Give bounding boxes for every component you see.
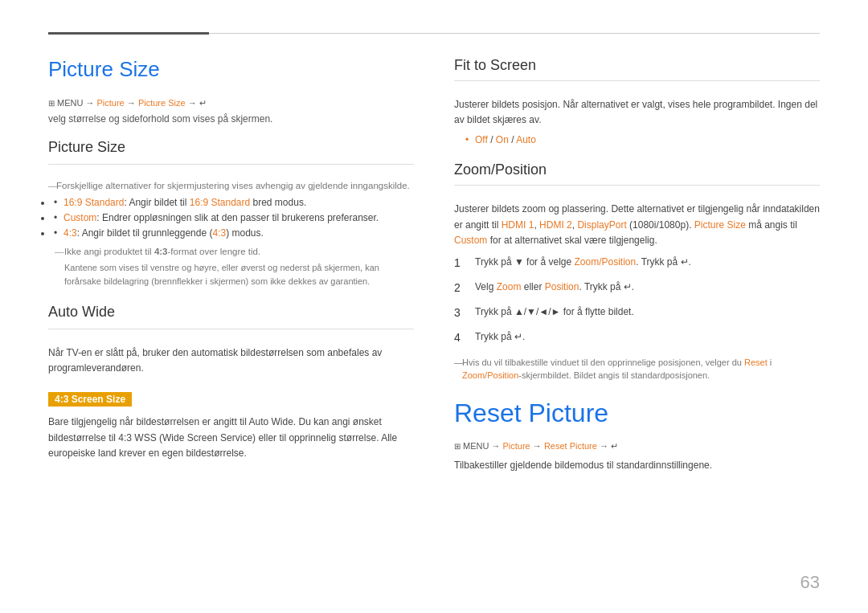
auto-wide-desc: Når TV-en er slått på, bruker den automa… — [48, 345, 414, 376]
divider — [48, 164, 414, 165]
top-line-left — [48, 32, 209, 35]
note-43-warning: Ikke angi produktet til 4:3-format over … — [48, 247, 414, 256]
step-num-4: 4 — [454, 329, 467, 346]
zoom-position-section: Zoom/Position Justerer bildets zoom og p… — [454, 161, 820, 382]
link-position: Position — [545, 281, 579, 292]
bullet-169: 16:9 Standard: Angir bildet til 16:9 Sta… — [52, 197, 414, 208]
link-zoom: Zoom — [497, 281, 522, 292]
link-reset: Reset — [744, 358, 768, 367]
menu-path-text: MENU → Picture → Picture Size → ↵ — [57, 98, 207, 108]
divider4 — [454, 185, 820, 186]
link-zoom-position-2: Zoom/Position — [462, 370, 518, 380]
menu-path-picture-size: ⊞ MENU → Picture → Picture Size → ↵ — [48, 98, 414, 108]
link-displayport: DisplayPort — [577, 219, 626, 231]
screen-size-badge: 4:3 Screen Size — [48, 392, 132, 407]
reset-picture-desc: Tilbakestiller gjeldende bildemodus til … — [454, 458, 820, 473]
link-43-2: 4:3 — [212, 227, 226, 239]
zoom-position-title: Zoom/Position — [454, 161, 820, 178]
reset-menu-icon: ⊞ — [454, 442, 461, 451]
bullet-43: 4:3: Angir bildet til grunnleggende (4:3… — [52, 227, 414, 239]
step-num-3: 3 — [454, 304, 467, 321]
menu-icon: ⊞ — [48, 99, 55, 108]
screen-size-43-section: 4:3 Screen Size Bare tilgjengelig når bi… — [48, 392, 414, 461]
link-zoom-position: Zoom/Position — [574, 256, 636, 268]
link-custom: Custom — [63, 212, 96, 223]
screen-size-desc: Bare tilgjengelig når bildestørrelsen er… — [48, 415, 414, 461]
link-hdmi1: HDMI 1 — [502, 219, 534, 231]
fit-to-screen-desc: Justerer bildets posisjon. Når alternati… — [454, 97, 820, 128]
top-line-right — [209, 33, 820, 34]
link-169-standard-2: 16:9 Standard — [190, 197, 250, 208]
content: Picture Size ⊞ MENU → Picture → Picture … — [48, 57, 820, 589]
step-1-text: Trykk på ▼ for å velge Zoom/Position. Tr… — [475, 255, 691, 272]
link-169-standard: 16:9 Standard — [63, 197, 124, 208]
picture-size-bullets: 16:9 Standard: Angir bildet til 16:9 Sta… — [48, 197, 414, 239]
link-picture-size: Picture Size — [694, 219, 746, 231]
step-2-text: Velg Zoom eller Position. Trykk på ↵. — [475, 280, 634, 296]
page-number: 63 — [800, 572, 820, 593]
fit-to-screen-section: Fit to Screen Justerer bildets posisjon.… — [454, 57, 820, 145]
step-1: 1 Trykk på ▼ for å velge Zoom/Position. … — [454, 255, 820, 272]
zoom-position-note: Hvis du vil tilbakestille vinduet til de… — [454, 356, 820, 382]
reset-picture-title: Reset Picture — [454, 398, 820, 428]
fit-to-screen-options: Off / On / Auto — [454, 134, 820, 145]
link-custom-2: Custom — [454, 235, 487, 246]
fit-to-screen-option: Off / On / Auto — [465, 134, 820, 145]
step-3-text: Trykk på ▲/▼/◄/► for å flytte bildet. — [475, 304, 634, 321]
fit-to-screen-title: Fit to Screen — [454, 57, 820, 74]
picture-size-section: Picture Size Forskjellige alternativer f… — [48, 139, 414, 288]
option-on: On — [496, 134, 509, 145]
reset-picture-menu-path: ⊞ MENU → Picture → Reset Picture → ↵ — [454, 441, 820, 452]
step-num-2: 2 — [454, 280, 467, 296]
reset-menu-path-text: MENU → Picture → Reset Picture → ↵ — [463, 441, 618, 452]
step-3: 3 Trykk på ▲/▼/◄/► for å flytte bildet. — [454, 304, 820, 321]
divider2 — [48, 329, 414, 329]
auto-wide-section: Auto Wide Når TV-en er slått på, bruker … — [48, 304, 414, 376]
warning-text: Kantene som vises til venstre og høyre, … — [48, 261, 414, 288]
picture-size-title: Picture Size — [48, 139, 414, 156]
page: Picture Size ⊞ MENU → Picture → Picture … — [0, 0, 868, 613]
auto-wide-title: Auto Wide — [48, 304, 414, 321]
bullet-custom: Custom: Endrer oppløsningen slik at den … — [52, 212, 414, 223]
right-column: Fit to Screen Justerer bildets posisjon.… — [454, 57, 820, 589]
top-line — [48, 32, 820, 35]
step-2: 2 Velg Zoom eller Position. Trykk på ↵. — [454, 280, 820, 296]
link-43: 4:3 — [63, 227, 77, 239]
reset-picture-section: Reset Picture ⊞ MENU → Picture → Reset P… — [454, 398, 820, 473]
link-hdmi2: HDMI 2 — [539, 219, 572, 231]
main-title: Picture Size — [48, 57, 414, 82]
divider3 — [454, 80, 820, 81]
picture-size-note1: Forskjellige alternativer for skjermjust… — [48, 181, 414, 190]
option-auto: Auto — [516, 134, 536, 145]
step-4-text: Trykk på ↵. — [475, 329, 525, 346]
step-4: 4 Trykk på ↵. — [454, 329, 820, 346]
left-column: Picture Size ⊞ MENU → Picture → Picture … — [48, 57, 414, 589]
option-off: Off — [475, 134, 488, 145]
zoom-steps: 1 Trykk på ▼ for å velge Zoom/Position. … — [454, 255, 820, 346]
zoom-position-desc: Justerer bildets zoom og plassering. Det… — [454, 202, 820, 248]
step-num-1: 1 — [454, 255, 467, 272]
menu-desc: velg størrelse og sideforhold som vises … — [48, 113, 414, 125]
